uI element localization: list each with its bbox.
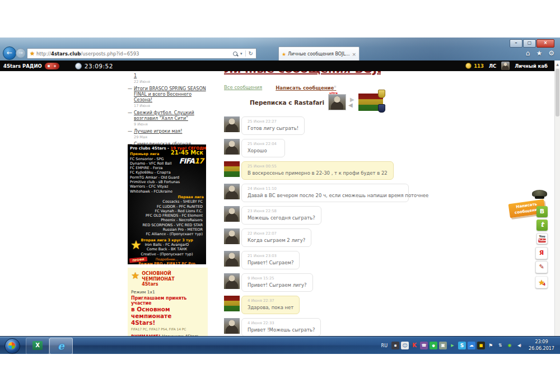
close-button[interactable]: × — [536, 39, 554, 48]
scrollbar[interactable]: ▲ — [554, 60, 560, 336]
first-league-header: Первая лига — [130, 195, 204, 199]
tool-icon[interactable]: ▶ — [449, 342, 456, 349]
tab-close-icon[interactable]: × — [352, 52, 356, 57]
news-link[interactable]: 1 — [134, 73, 137, 79]
refresh-icon[interactable]: ↻ — [249, 50, 253, 57]
message-time: 9 Июня 15:25 — [248, 276, 307, 281]
yandex-icon[interactable]: Я — [535, 247, 548, 259]
account-link[interactable]: Личный каб — [515, 63, 548, 69]
coins-balance: 113 — [474, 63, 484, 69]
language-indicator[interactable]: RU — [381, 343, 388, 348]
avatar[interactable] — [224, 139, 240, 155]
message-bubble: 9 Июня 15:25 Привет! Сыграем лигу? — [241, 273, 313, 292]
avatar[interactable] — [224, 273, 240, 289]
poster-kickoff-time: 21-45 Мск — [171, 151, 203, 155]
feedback-icon[interactable]: ✎ — [535, 261, 548, 273]
news-date: 22 Июня — [134, 80, 208, 84]
twitter-icon[interactable]: t — [536, 220, 548, 231]
page-content: 1 22 Июня — Итоги BRASCO SPRING SEASON F… — [0, 71, 554, 336]
avatar[interactable]: ultra — [328, 94, 346, 110]
all-messages-link[interactable]: Все сообщения — [224, 85, 262, 90]
cloud-icon[interactable]: ☁ — [468, 342, 475, 349]
list-item: — Итоги BRASCO SPRING SEASON FINAL и все… — [128, 86, 208, 108]
message-time: 21 Июня 23:03 — [248, 254, 293, 258]
forward-icon[interactable]: → — [16, 48, 26, 58]
news-link[interactable]: Лучшие игроки мая! — [134, 129, 182, 134]
app-icon[interactable]: ■ — [477, 342, 485, 349]
message-row: 24 Июня 11:10 Давай в ВС вечером после 2… — [224, 184, 409, 203]
message-time: 25 Июня 00:55 — [248, 164, 388, 169]
home-icon[interactable]: ⌂ — [526, 49, 530, 57]
avatar[interactable] — [224, 161, 240, 177]
avatar[interactable] — [224, 228, 240, 244]
rastafari-avatar[interactable] — [358, 94, 383, 111]
4stars-icon[interactable]: ★ 4 — [535, 276, 548, 288]
external-icon: ▫ — [334, 84, 336, 88]
plugin-icon[interactable]: ▣ — [439, 342, 447, 349]
favorites-star-icon[interactable]: ★ — [536, 49, 542, 57]
dash-bullet: — — [128, 129, 132, 134]
list-item: — Лучшие игроки мая! 29 Мая — [128, 129, 208, 139]
scrollbar-thumb[interactable] — [556, 69, 559, 116]
browser-tab[interactable]: ★ Личные сообщения BOJL... × — [278, 46, 360, 61]
message-text: Когда сыграем 2 лигу? — [248, 237, 305, 243]
flag-icon[interactable]: ⚑ — [487, 342, 494, 349]
internet-explorer-icon: e — [58, 340, 64, 352]
taskbar-ie-button[interactable]: e — [49, 338, 73, 354]
viber-icon[interactable]: ☎ — [420, 342, 428, 349]
news-link[interactable]: Свежий футбол. Слуцкий возглавил "Халл С… — [134, 110, 208, 122]
display-icon[interactable]: ▪ — [391, 342, 399, 349]
gear-icon[interactable]: ⚙ — [548, 49, 554, 57]
back-icon[interactable]: ← — [3, 46, 16, 60]
windows-logo-icon — [8, 342, 15, 349]
message-time: 23 Июня 22:58 — [248, 209, 315, 213]
avatar[interactable] — [224, 318, 240, 334]
vk-icon[interactable]: В — [536, 206, 548, 217]
chevron-down-icon[interactable]: ▾ — [240, 52, 242, 56]
skype-icon[interactable]: S — [458, 342, 466, 349]
update-icon[interactable]: ◉ — [506, 342, 514, 349]
radio-player-button[interactable] — [45, 63, 59, 69]
message-time: 24 Июня 11:10 — [248, 186, 403, 191]
network-icon[interactable]: ⇅ — [496, 342, 504, 349]
coin-icon — [465, 63, 472, 69]
fifa17-tour-banner[interactable]: Pro clubs 4Stars - 19 тур! СЕГОДНЯ 21-45… — [128, 144, 206, 264]
write-message-link[interactable]: Написать сообщение▫ — [276, 84, 336, 91]
address-bar[interactable]: ★ http://4stars.club/userposts.php?id=65… — [27, 48, 256, 59]
promo-mode: Режим 1x1 — [131, 290, 204, 295]
url-path: /userposts.php?id=6593 — [81, 51, 139, 57]
pm-link[interactable]: ЛС — [489, 63, 496, 69]
avatar[interactable] — [224, 206, 240, 222]
site-header: 4Stars РАДИО 23:09:52 113 ЛС Личный каб — [0, 60, 554, 71]
match-line: Dynamo - VFC Roll Ball — [130, 161, 184, 166]
dash-bullet: — — [128, 110, 132, 115]
antivirus-icon[interactable]: K — [410, 342, 418, 349]
youtube-icon[interactable]: You Tube — [536, 233, 548, 244]
avatar[interactable] — [501, 62, 510, 70]
minimize-button[interactable]: – — [510, 39, 522, 48]
promo-title: ОСНОВНОЙ ЧЕМПИОНАТ 4Stars — [142, 271, 204, 287]
search-icon[interactable] — [233, 52, 237, 56]
avatar[interactable] — [224, 184, 240, 199]
match-line: Cossacks - SHELBY FC — [130, 199, 203, 204]
avatar[interactable] — [224, 116, 240, 132]
tab-title: Личные сообщения BOJL... — [288, 52, 350, 57]
scroll-up-icon[interactable]: ▲ — [555, 60, 560, 68]
start-button[interactable] — [4, 338, 20, 354]
user-icon[interactable]: ☺ — [401, 342, 409, 349]
messenger-icon[interactable]: ● — [430, 342, 437, 349]
message-time: 4 Июня 22:33 — [248, 321, 315, 325]
message-text: Давай в ВС вечером после 20 ч, если смож… — [248, 193, 403, 198]
message-text: Хорошо — [248, 148, 279, 153]
news-link[interactable]: Итоги BRASCO SPRING SEASON FINAL и всего… — [134, 86, 208, 103]
maximize-button[interactable]: ▢ — [523, 39, 536, 48]
match-line: Whitehawk - FCUkraine — [130, 189, 184, 194]
taskbar-excel-button[interactable]: X — [26, 338, 49, 354]
system-tray: RU ▪ ☺ K ☎ ● ▣ ▶ S ☁ ■ ⚑ ⇅ ◉ ◀) — [381, 337, 523, 354]
crest-badge-icon — [378, 104, 385, 113]
taskbar-clock[interactable]: 23:09 26.06.2017 — [525, 339, 558, 352]
avatar[interactable] — [224, 296, 240, 311]
message-bubble: 25 Июня 22:04 Хорошо — [241, 139, 285, 158]
avatar[interactable] — [224, 251, 240, 267]
volume-icon[interactable]: ◀) — [515, 342, 523, 349]
